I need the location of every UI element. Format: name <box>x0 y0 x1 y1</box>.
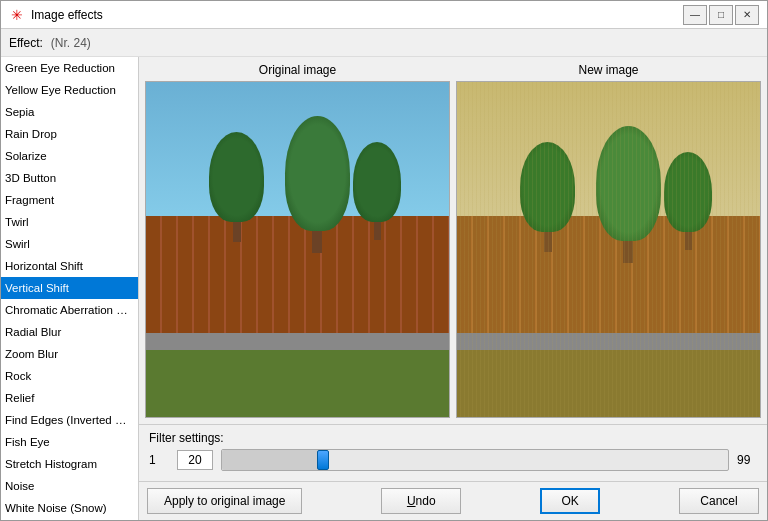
close-button[interactable]: ✕ <box>735 5 759 25</box>
buttons-row: Apply to original image Undo OK Cancel <box>139 481 767 520</box>
list-item[interactable]: Find Edges (Inverted Neon edge) <box>1 409 138 431</box>
effect-row: Effect: (Nr. 24) <box>1 29 767 57</box>
list-item[interactable]: Rain Drop <box>1 123 138 145</box>
list-item[interactable]: Rock <box>1 365 138 387</box>
main-content: BlurGaussian BlurFast Gaussian BlurBlur … <box>1 57 767 520</box>
original-ground <box>146 350 449 417</box>
slider-fill <box>222 450 323 470</box>
effect-label: Effect: <box>9 36 43 50</box>
list-item[interactable]: Twirl <box>1 211 138 233</box>
new-label: New image <box>578 63 638 77</box>
tree3-new-foliage <box>664 152 712 232</box>
right-panel: Original image <box>139 57 767 520</box>
title-bar: ✳ Image effects — □ ✕ <box>1 1 767 29</box>
tree1-foliage <box>209 132 264 222</box>
original-image-panel: Original image <box>145 63 450 418</box>
new-image-frame <box>456 81 761 418</box>
tree2-new <box>593 126 663 263</box>
original-label: Original image <box>259 63 336 77</box>
list-item[interactable]: Circular Waves <box>1 519 138 520</box>
list-item[interactable]: Yellow Eye Reduction <box>1 79 138 101</box>
tree3 <box>352 142 402 240</box>
new-image-panel: New image <box>456 63 761 418</box>
tree3-foliage <box>353 142 401 222</box>
list-item[interactable]: Green Eye Reduction <box>1 57 138 79</box>
slider-row: 1 20 99 <box>149 449 757 471</box>
list-item[interactable]: Relief <box>1 387 138 409</box>
tree1-new-trunk <box>544 232 552 252</box>
original-image-frame <box>145 81 450 418</box>
slider-min: 1 <box>149 453 169 467</box>
slider-thumb[interactable] <box>317 450 329 470</box>
list-item[interactable]: Chromatic Aberration Correction <box>1 299 138 321</box>
controls-panel: Filter settings: 1 20 99 <box>139 424 767 481</box>
images-row: Original image <box>139 57 767 424</box>
original-image <box>146 82 449 417</box>
window-title: Image effects <box>31 8 683 22</box>
list-item[interactable]: Radial Blur <box>1 321 138 343</box>
filter-settings-label: Filter settings: <box>149 431 757 445</box>
tree2-new-trunk <box>623 241 633 263</box>
list-item[interactable]: Fish Eye <box>1 431 138 453</box>
tree3-new-trunk <box>685 232 692 250</box>
new-image <box>457 82 760 417</box>
tree3-new <box>663 152 713 250</box>
list-item[interactable]: Swirl <box>1 233 138 255</box>
tree1 <box>207 132 267 242</box>
tree2-trunk <box>312 231 322 253</box>
slider-value: 20 <box>188 453 201 467</box>
list-item[interactable]: Vertical Shift <box>1 277 138 299</box>
undo-button[interactable]: Undo <box>381 488 461 514</box>
list-item[interactable]: Horizontal Shift <box>1 255 138 277</box>
main-window: ✳ Image effects — □ ✕ Effect: (Nr. 24) B… <box>0 0 768 521</box>
list-item[interactable]: Solarize <box>1 145 138 167</box>
slider-max: 99 <box>737 453 757 467</box>
minimize-button[interactable]: — <box>683 5 707 25</box>
window-controls: — □ ✕ <box>683 5 759 25</box>
slider-track-outer[interactable] <box>221 449 729 471</box>
tree1-new-foliage <box>520 142 575 232</box>
list-item[interactable]: Fragment <box>1 189 138 211</box>
list-item[interactable]: Stretch Histogram <box>1 453 138 475</box>
list-item[interactable]: Noise <box>1 475 138 497</box>
apply-button[interactable]: Apply to original image <box>147 488 302 514</box>
list-item[interactable]: 3D Button <box>1 167 138 189</box>
tree2-foliage <box>285 116 350 231</box>
tree2-new-foliage <box>596 126 661 241</box>
cancel-button[interactable]: Cancel <box>679 488 759 514</box>
list-item[interactable]: Zoom Blur <box>1 343 138 365</box>
tree2 <box>282 116 352 253</box>
effect-value: (Nr. 24) <box>51 36 91 50</box>
ok-button[interactable]: OK <box>540 488 600 514</box>
undo-label: Undo <box>407 494 436 508</box>
list-panel: BlurGaussian BlurFast Gaussian BlurBlur … <box>1 57 139 520</box>
app-icon: ✳ <box>9 7 25 23</box>
list-item[interactable]: Sepia <box>1 101 138 123</box>
tree1-trunk <box>233 222 241 242</box>
list-item[interactable]: White Noise (Snow) <box>1 497 138 519</box>
maximize-button[interactable]: □ <box>709 5 733 25</box>
tree1-new <box>518 142 578 252</box>
new-ground <box>457 350 760 417</box>
tree3-trunk <box>374 222 381 240</box>
effects-list[interactable]: BlurGaussian BlurFast Gaussian BlurBlur … <box>1 57 138 520</box>
slider-value-box[interactable]: 20 <box>177 450 213 470</box>
slider-wrapper[interactable] <box>221 449 729 471</box>
